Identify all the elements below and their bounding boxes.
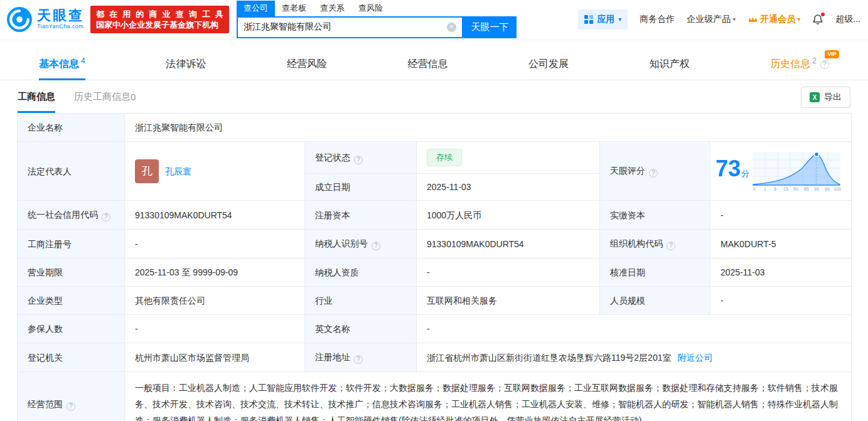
table-row: 企业名称 浙江兆聚智能有限公司 [18,114,852,142]
avatar[interactable]: 孔 [135,159,159,183]
crown-icon [747,16,758,23]
nearby-companies-link[interactable]: 附近公司 [677,353,712,363]
clear-icon[interactable] [447,23,456,32]
field-label-text: 天眼评分 [610,166,645,176]
field-value-company-type: 其他有限责任公司 [125,287,305,315]
field-value-insured-count: - [125,315,305,343]
search-input[interactable] [244,22,447,32]
tab-history-info[interactable]: 历史信息 2 VIP [770,49,829,80]
help-icon[interactable] [649,169,658,178]
field-label-org-code: 组织机构代码 [600,230,710,258]
field-label-industry: 行业 [305,287,417,315]
field-label-approval-date: 核准日期 [600,258,710,287]
tab-company-development[interactable]: 公司发展 [528,49,569,80]
help-icon[interactable] [67,402,75,411]
search-tab-company[interactable]: 查公司 [237,1,275,16]
field-label-score: 天眼评分 [600,142,710,201]
logo-subtitle: TianYanCha.com [37,24,84,29]
field-value-paid-capital: - [710,201,852,230]
field-value-industry: 互联网和相关服务 [417,287,600,315]
table-row: 营业期限 2025-11-03 至 9999-09-09 纳税人资质 - 核准日… [18,258,852,287]
field-value-reg-authority: 杭州市萧山区市场监督管理局 [125,343,305,372]
field-value-reg-address: 浙江省杭州市萧山区新街街道红垦农场垦辉六路119号2层201室附近公司 [417,343,852,372]
tab-intellectual-property[interactable]: 知识产权 [650,49,690,80]
notification-bell[interactable] [812,14,823,25]
nav-super-vip[interactable]: 超级... [835,14,860,25]
table-row: 统一社会信用代码 91330109MAK0DURT54 注册资本 1000万人民… [18,201,852,230]
table-row: 企业类型 其他有限责任公司 行业 互联网和相关服务 人员规模 - [18,287,852,315]
field-value-business-scope: 一般项目：工业机器人制造；人工智能应用软件开发；软件开发；大数据服务；数据处理服… [125,372,852,421]
field-value-legal-rep: 孔 孔辰寰 [125,142,305,201]
field-label-text: 统一社会信用代码 [28,210,98,220]
score-axis-tick: 100 [833,187,841,191]
apps-label: 应用 [597,14,614,25]
tab-label: 经营信息 [407,58,447,71]
field-label-text: 注册地址 [315,352,350,362]
field-label-taxpayer-quality: 纳税人资质 [305,258,417,287]
subtab-history-business-info[interactable]: 历史工商信息 0 [74,80,136,113]
field-value-business-term: 2025-11-03 至 9999-09-09 [125,258,305,287]
score-value: 73分 [715,163,749,180]
table-row: 法定代表人 孔 孔辰寰 登记状态 存续 天眼评分 73分 [18,142,852,174]
chevron-down-icon [732,16,736,23]
search-input-wrap [237,16,463,38]
help-icon[interactable] [354,355,363,364]
search-tab-relation[interactable]: 查关系 [313,1,351,16]
help-icon[interactable] [354,156,363,164]
logo[interactable]: 天眼查 TianYanCha.com [6,6,84,33]
tab-label: 法律诉讼 [166,58,206,71]
tab-legal-litigation[interactable]: 法律诉讼 [166,49,206,80]
address-text: 浙江省杭州市萧山区新街街道红垦农场垦辉六路119号2层201室 [427,353,671,363]
tab-basic-info[interactable]: 基本信息 4 [39,49,85,80]
field-value-credit-code: 91330109MAK0DURT54 [125,201,305,230]
field-label-text: 纳税人识别号 [315,238,368,248]
field-value-approval-date: 2025-11-03 [710,258,852,287]
field-label-text: 经营范围 [28,399,63,409]
tab-operation-risk[interactable]: 经营风险 [287,49,327,80]
banner-line2: 国家中小企业发展子基金旗下机构 [96,19,223,30]
subtab-business-info[interactable]: 工商信息 [18,80,55,113]
logo-title: 天眼查 [37,8,84,23]
apps-menu[interactable]: 应用 [578,9,628,29]
field-label-business-term: 营业期限 [18,258,125,287]
help-icon[interactable] [102,213,110,221]
chevron-down-icon [618,16,621,23]
field-label-english-name: 英文名称 [305,315,417,343]
subtab-count: 0 [131,92,136,102]
vip-badge: VIP [825,50,839,58]
export-button[interactable]: 导出 [801,87,850,108]
excel-icon [810,92,820,102]
export-label: 导出 [824,92,842,103]
search-tabs: 查公司 查老板 查关系 查风险 [237,1,517,16]
help-icon[interactable] [820,60,829,69]
help-icon[interactable] [372,242,380,250]
table-row: 工商注册号 - 纳税人识别号 91330109MAK0DURT54 组织机构代码… [18,230,852,258]
search-tab-risk[interactable]: 查风险 [351,1,390,16]
nav-open-vip[interactable]: 开通会员 [747,14,800,25]
search-tab-boss[interactable]: 查老板 [275,1,313,16]
field-label-staff-size: 人员规模 [600,287,710,315]
table-row: 参保人数 - 英文名称 - [18,315,852,343]
help-icon[interactable] [667,242,675,250]
score-axis-tick: 99 [825,187,830,191]
tab-operation-info[interactable]: 经营信息 [407,49,447,80]
tab-label: 公司发展 [528,58,569,71]
table-row: 登记机关 杭州市萧山区市场监督管理局 注册地址 浙江省杭州市萧山区新街街道红垦农… [18,343,852,372]
score-axis-tick: 85 [804,187,809,191]
score-axis-tick: 50 [793,187,798,191]
table-row: 经营范围 一般项目：工业机器人制造；人工智能应用软件开发；软件开发；大数据服务；… [18,372,852,421]
search-block: 查公司 查老板 查关系 查风险 天眼一下 [237,1,517,38]
legal-rep-link[interactable]: 孔辰寰 [165,165,191,178]
field-label-reg-status: 登记状态 [305,142,417,174]
field-value-establish-date: 2025-11-03 [417,174,600,201]
header-nav: 应用 商务合作 企业级产品 开通会员 超级... [578,9,862,29]
tab-label: 知识产权 [650,58,690,71]
score-axis: 0 1 5 15 50 85 95 99 100 [753,187,841,191]
search-button[interactable]: 天眼一下 [463,16,517,38]
field-label-credit-code: 统一社会信用代码 [18,201,125,230]
field-label-reg-capital: 注册资本 [305,201,417,230]
score-axis-tick: 15 [783,187,788,191]
nav-enterprise-label: 企业级产品 [687,14,731,25]
nav-enterprise-products[interactable]: 企业级产品 [687,14,736,25]
nav-business-cooperation[interactable]: 商务合作 [640,14,675,25]
